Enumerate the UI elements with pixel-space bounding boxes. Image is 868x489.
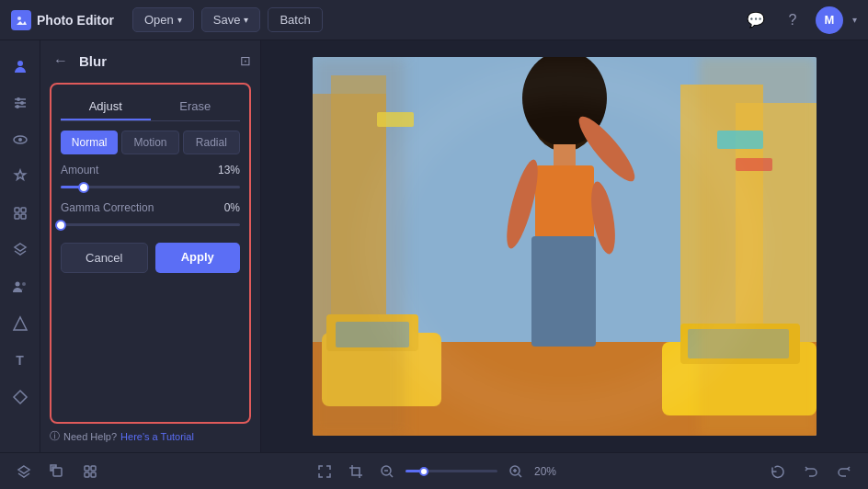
apply-button[interactable]: Apply xyxy=(155,243,241,273)
sidebar-item-people[interactable] xyxy=(4,270,37,303)
svg-rect-46 xyxy=(85,466,89,471)
svg-rect-45 xyxy=(53,468,62,476)
sidebar-item-view[interactable] xyxy=(4,123,37,156)
svg-point-2 xyxy=(17,61,23,66)
layers-icon[interactable] xyxy=(11,459,37,484)
blur-type-row: Normal Motion Radial xyxy=(61,131,240,154)
tab-row: Adjust Erase xyxy=(61,94,240,121)
header: Photo Editor Open ▾ Save ▾ Batch 💬 ? M ▾ xyxy=(0,0,868,40)
gamma-slider-group: Gamma Correction 0% xyxy=(61,201,240,230)
svg-rect-12 xyxy=(21,208,26,212)
zoom-slider[interactable] xyxy=(405,470,497,472)
chevron-down-icon: ▾ xyxy=(177,15,182,25)
svg-point-8 xyxy=(16,105,19,108)
redo-icon[interactable] xyxy=(831,459,857,484)
bottom-right-tools xyxy=(765,459,857,484)
amount-slider-group: Amount 13% xyxy=(61,164,240,192)
svg-point-4 xyxy=(17,97,20,101)
gamma-slider-thumb[interactable] xyxy=(55,220,66,231)
gamma-slider-track[interactable] xyxy=(61,223,240,226)
svg-point-10 xyxy=(18,138,22,142)
sidebar-item-layers[interactable] xyxy=(4,233,37,267)
svg-rect-14 xyxy=(21,214,26,219)
help-row: ⓘ Need Help? Here's a Tutorial xyxy=(50,429,251,443)
icon-sidebar: T xyxy=(0,40,40,452)
logo-icon xyxy=(11,10,31,30)
main-area: T ← Blur ⊡ Adjust Erase xyxy=(0,40,868,452)
canvas-area xyxy=(261,40,868,452)
fit-to-screen-icon[interactable] xyxy=(312,459,337,484)
grid-view-icon[interactable] xyxy=(77,459,103,484)
svg-rect-37 xyxy=(535,165,594,239)
svg-point-6 xyxy=(20,101,24,105)
blur-normal-button[interactable]: Normal xyxy=(61,131,118,154)
duplicate-icon[interactable] xyxy=(44,459,70,484)
svg-rect-35 xyxy=(554,144,576,167)
avatar[interactable]: M xyxy=(816,6,843,34)
amount-value: 13% xyxy=(218,164,240,176)
gamma-label: Gamma Correction xyxy=(61,201,154,214)
svg-rect-11 xyxy=(15,208,19,212)
svg-rect-42 xyxy=(377,112,414,127)
svg-rect-49 xyxy=(91,472,96,477)
sidebar-item-gallery[interactable] xyxy=(4,307,37,340)
blur-radial-button[interactable]: Radial xyxy=(183,131,240,154)
svg-point-1 xyxy=(17,17,21,20)
zoom-level: 20% xyxy=(534,465,556,478)
blur-container: Adjust Erase Normal Motion Radial xyxy=(50,83,251,424)
batch-button[interactable]: Batch xyxy=(268,7,322,32)
blur-panel: ← Blur ⊡ Adjust Erase Normal Motion xyxy=(40,40,261,452)
panel-header: ← Blur ⊡ xyxy=(50,50,251,72)
image-frame xyxy=(313,57,817,436)
panel-save-icon[interactable]: ⊡ xyxy=(240,53,251,68)
cancel-button[interactable]: Cancel xyxy=(61,243,148,273)
svg-line-52 xyxy=(390,474,393,477)
svg-point-16 xyxy=(22,282,26,286)
sidebar-item-user[interactable] xyxy=(4,50,37,83)
logo: Photo Editor xyxy=(11,10,114,30)
bottom-center-tools: 20% xyxy=(103,459,765,484)
blur-motion-button[interactable]: Motion xyxy=(121,131,178,154)
svg-rect-43 xyxy=(717,131,763,149)
bottom-left-tools xyxy=(11,459,103,484)
amount-slider-track[interactable] xyxy=(61,186,240,188)
photo-canvas xyxy=(313,57,817,436)
info-icon: ⓘ xyxy=(50,429,60,443)
undo-icon[interactable] xyxy=(798,459,824,484)
crop-icon[interactable] xyxy=(343,459,369,484)
sidebar-item-effects[interactable] xyxy=(4,160,37,193)
svg-rect-38 xyxy=(531,236,596,347)
open-button[interactable]: Open ▾ xyxy=(132,7,194,32)
amount-label: Amount xyxy=(61,164,98,176)
action-row: Cancel Apply xyxy=(61,243,240,273)
svg-rect-48 xyxy=(85,472,89,477)
zoom-in-icon[interactable] xyxy=(503,459,529,484)
zoom-thumb[interactable] xyxy=(419,467,428,476)
help-text: Need Help? xyxy=(63,431,117,442)
gamma-value: 0% xyxy=(224,201,240,214)
tab-erase[interactable]: Erase xyxy=(151,94,241,120)
svg-marker-18 xyxy=(14,391,27,404)
help-icon[interactable]: ? xyxy=(779,6,806,34)
svg-point-15 xyxy=(15,282,19,287)
app-title: Photo Editor xyxy=(37,13,114,28)
panel-title: Blur xyxy=(79,53,233,69)
svg-rect-13 xyxy=(15,214,19,219)
sidebar-item-filters[interactable] xyxy=(4,197,37,230)
save-button[interactable]: Save ▾ xyxy=(201,7,261,32)
chevron-down-icon: ▾ xyxy=(244,15,248,25)
sidebar-item-adjustments[interactable] xyxy=(4,86,37,119)
sidebar-item-shapes[interactable] xyxy=(4,381,37,414)
back-button[interactable]: ← xyxy=(50,50,72,72)
sidebar-item-text[interactable]: T xyxy=(4,344,37,377)
svg-rect-47 xyxy=(91,466,96,471)
history-icon[interactable] xyxy=(765,459,791,484)
tab-adjust[interactable]: Adjust xyxy=(61,94,151,120)
amount-slider-thumb[interactable] xyxy=(78,182,89,193)
svg-rect-44 xyxy=(736,158,772,171)
tutorial-link[interactable]: Here's a Tutorial xyxy=(120,431,194,442)
svg-marker-17 xyxy=(14,317,27,330)
zoom-out-icon[interactable] xyxy=(374,459,400,484)
chat-icon[interactable]: 💬 xyxy=(742,6,770,34)
avatar-chevron-icon: ▾ xyxy=(852,15,857,25)
